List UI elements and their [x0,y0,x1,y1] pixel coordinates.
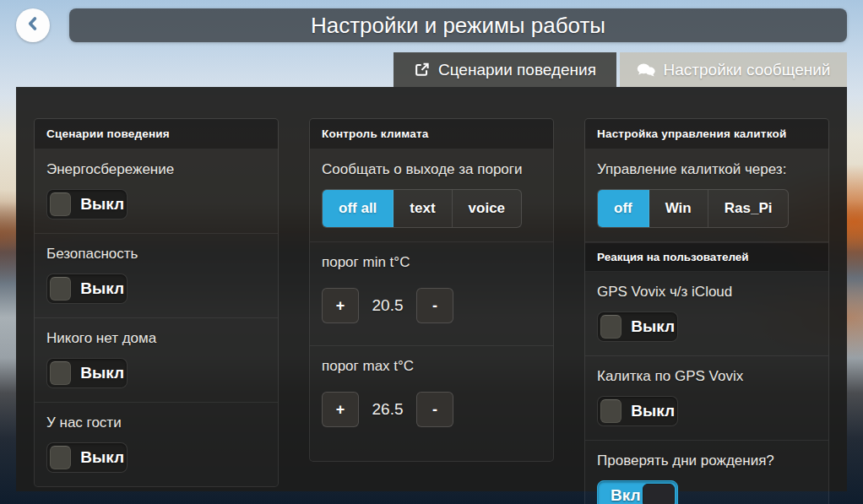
row-label: Безопасность [46,246,266,263]
page-title-bar: Настройки и режимы работы [69,8,847,42]
page-title: Настройки и режимы работы [311,13,605,39]
min-threshold-value: 20.5 [359,296,416,315]
notify-text-button[interactable]: text [394,190,452,227]
card-scenarios: Сценарии поведения Энергосбережение Выкл… [34,118,279,487]
gate-control-group: off Win Ras_Pi [597,189,789,228]
user-reaction-subheader: Реакция на пользователей [585,242,828,272]
row-label: У нас гости [46,415,266,431]
toggle-label: Выкл [631,317,675,336]
card-climate-title: Контроль климата [310,119,553,149]
notify-voice-button[interactable]: voice [453,190,521,227]
row-label: GPS Vovix ч/з iCloud [597,284,817,301]
toggle-gps-icloud[interactable]: Выкл [597,312,678,342]
card-climate: Контроль климата Сообщать о выходе за по… [309,118,554,462]
toggle-knob [643,484,675,504]
gate-off-button[interactable]: off [598,190,649,227]
toggle-label: Выкл [631,402,675,420]
row-label: Калитка по GPS Vovix [597,368,817,385]
toggle-knob [600,399,621,423]
tab-label: Настройки сообщений [664,61,831,79]
toggle-check-birthdays[interactable]: Вкл [597,480,678,504]
row-check-birthdays: Проверять дни рождения? Вкл [585,441,828,504]
row-label: Никого нет дома [46,330,266,347]
row-threshold-notify: Сообщать о выходе за пороги off all text… [310,149,553,242]
toggle-knob [50,446,71,469]
tab-messages[interactable]: Настройки сообщений [620,52,847,87]
toggle-label: Выкл [80,364,124,382]
row-security: Безопасность Выкл [35,234,278,318]
toggle-gate-by-gps[interactable]: Выкл [597,396,678,426]
max-threshold-value: 26.5 [359,400,416,419]
card-scenarios-title: Сценарии поведения [35,119,278,149]
toggle-nobody-home[interactable]: Выкл [46,358,128,388]
toggle-label: Выкл [80,195,124,214]
gate-raspi-button[interactable]: Ras_Pi [708,190,789,227]
row-nobody-home: Никого нет дома Выкл [35,318,278,403]
tab-label: Сценарии поведения [438,61,596,79]
row-max-threshold: порог max t°C + 26.5 - [310,346,553,461]
max-threshold-stepper: + 26.5 - [322,392,541,427]
comments-icon [637,62,655,78]
notify-mode-group: off all text voice [322,189,522,228]
max-minus-button[interactable]: - [416,392,453,427]
row-label: Сообщать о выходе за пороги [322,161,541,178]
row-guests: У нас гости Выкл [35,403,278,486]
row-gate-by-gps: Калитка по GPS Vovix Выкл [585,356,828,441]
row-label: Проверять дни рождения? [597,453,817,469]
row-label: порог min t°C [322,254,541,271]
card-gate-title: Настройка управления калиткой [585,119,828,149]
toggle-security[interactable]: Выкл [46,274,128,304]
notify-off-all-button[interactable]: off all [323,190,394,227]
row-label: Энергосбережение [46,161,266,178]
toggle-knob [50,277,71,301]
back-button[interactable] [16,8,50,42]
toggle-knob [50,192,71,216]
row-energy-saving: Энергосбережение Выкл [35,149,278,234]
toggle-knob [600,315,621,339]
min-minus-button[interactable]: - [416,288,453,323]
min-plus-button[interactable]: + [322,288,359,323]
share-square-icon [414,62,430,78]
toggle-energy-saving[interactable]: Выкл [46,189,128,219]
toggle-knob [50,361,71,385]
toggle-label: Вкл [611,486,641,504]
tab-scenarios[interactable]: Сценарии поведения [394,52,616,87]
row-gate-control: Управление калиткой через: off Win Ras_P… [585,149,828,242]
card-gate: Настройка управления калиткой Управление… [584,118,829,504]
chevron-left-icon [24,14,42,36]
settings-panel: Сценарии поведения Энергосбережение Выкл… [16,87,847,491]
toggle-guests[interactable]: Выкл [46,442,128,473]
toggle-label: Выкл [80,448,124,467]
row-label: порог max t°C [322,358,541,375]
row-gps-icloud: GPS Vovix ч/з iCloud Выкл [585,272,828,356]
max-plus-button[interactable]: + [322,392,359,427]
gate-win-button[interactable]: Win [649,190,708,227]
row-min-threshold: порог min t°C + 20.5 - [310,242,553,346]
min-threshold-stepper: + 20.5 - [322,288,541,323]
tab-bar: Сценарии поведения Настройки сообщений [394,52,847,87]
row-label: Управление калиткой через: [597,161,817,178]
toggle-label: Выкл [80,279,124,298]
